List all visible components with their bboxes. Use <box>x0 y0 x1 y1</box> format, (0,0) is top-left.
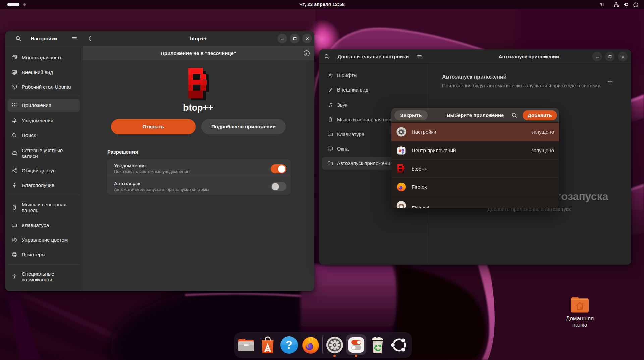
svg-text:?: ? <box>286 338 293 351</box>
